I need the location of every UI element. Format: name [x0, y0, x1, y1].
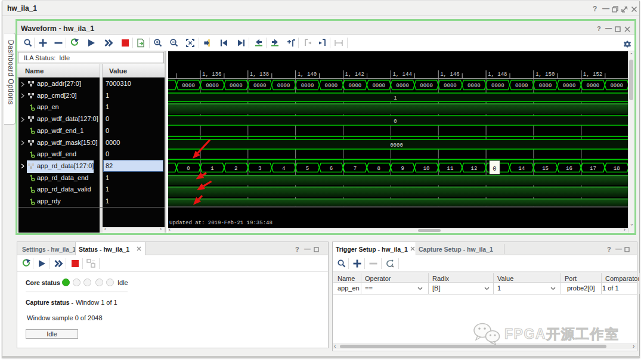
svg-text:Updated at: 2019-Feb-21 19:35:: Updated at: 2019-Feb-21 19:35:48 [169, 220, 273, 226]
svg-text:1, 138: 1, 138 [250, 72, 269, 78]
svg-text:11: 11 [447, 166, 453, 172]
svg-text:1, 136: 1, 136 [202, 72, 221, 78]
svg-text:6: 6 [330, 166, 333, 172]
svg-text:0000: 0000 [610, 83, 623, 89]
svg-text:0000: 0000 [444, 83, 457, 89]
svg-text:0: 0 [394, 119, 397, 125]
svg-text:16: 16 [566, 166, 572, 172]
svg-text:0000: 0000 [253, 83, 267, 89]
svg-text:0000: 0000 [396, 83, 409, 89]
svg-text:0000: 0000 [420, 83, 433, 89]
svg-text:15: 15 [542, 166, 549, 172]
svg-text:0000: 0000 [325, 83, 338, 89]
svg-text:18: 18 [614, 166, 620, 172]
svg-text:7: 7 [354, 166, 357, 172]
svg-text:0000: 0000 [563, 83, 576, 89]
svg-text:0: 0 [187, 166, 190, 172]
svg-text:4: 4 [282, 166, 285, 172]
svg-text:14: 14 [518, 166, 525, 172]
svg-text:1, 148: 1, 148 [488, 72, 507, 78]
svg-text:1, 142: 1, 142 [345, 72, 364, 78]
svg-text:2: 2 [234, 166, 237, 172]
svg-text:1, 146: 1, 146 [440, 72, 459, 78]
svg-text:10: 10 [423, 166, 430, 172]
svg-text:0000: 0000 [587, 83, 600, 89]
svg-text:17: 17 [590, 166, 596, 172]
svg-text:1, 152: 1, 152 [583, 72, 602, 78]
svg-text:0000: 0000 [301, 83, 314, 89]
svg-text:1: 1 [210, 166, 213, 172]
svg-text:0000: 0000 [467, 83, 481, 89]
svg-text:1, 150: 1, 150 [535, 72, 555, 78]
svg-text:9: 9 [401, 166, 404, 172]
svg-text:1: 1 [394, 95, 397, 101]
svg-text:0000: 0000 [539, 83, 552, 89]
svg-text:0000: 0000 [277, 83, 290, 89]
svg-text:12: 12 [470, 166, 477, 172]
svg-text:0: 0 [493, 165, 496, 172]
svg-text:0000: 0000 [515, 83, 528, 89]
svg-text:0000: 0000 [491, 83, 504, 89]
svg-text:0000: 0000 [230, 83, 243, 89]
svg-text:0000: 0000 [349, 83, 362, 89]
svg-text:0000: 0000 [390, 143, 403, 148]
svg-text:1, 140: 1, 140 [298, 72, 317, 78]
svg-text:0000: 0000 [372, 83, 385, 89]
svg-text:5: 5 [306, 166, 309, 172]
svg-text:0000: 0000 [182, 83, 195, 89]
svg-text:0000: 0000 [206, 83, 219, 89]
svg-text:8: 8 [377, 166, 380, 172]
svg-text:3: 3 [258, 166, 261, 172]
svg-text:1, 144: 1, 144 [392, 72, 411, 78]
